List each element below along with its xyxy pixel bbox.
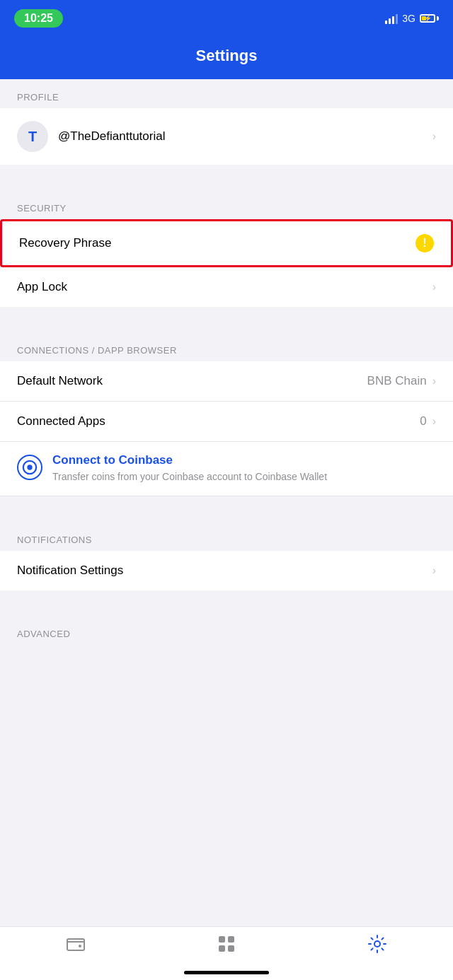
notifications-section-label: NOTIFICATIONS: [0, 522, 453, 551]
coinbase-icon: [17, 455, 42, 480]
signal-icon: [385, 13, 398, 24]
status-bar: 10:25 3G ⚡: [0, 0, 453, 35]
connected-apps-label: Connected Apps: [17, 414, 105, 428]
profile-chevron: ›: [432, 130, 436, 143]
notification-settings-label: Notification Settings: [17, 564, 123, 578]
connected-apps-row[interactable]: Connected Apps 0 ›: [0, 402, 453, 442]
app-lock-chevron: ›: [432, 281, 436, 293]
connections-group: Default Network BNB Chain › Connected Ap…: [0, 361, 453, 496]
profile-username: @TheDefianttutorial: [58, 129, 165, 144]
page-title: Settings: [196, 47, 258, 64]
security-section-label: SECURITY: [0, 190, 453, 219]
default-network-chevron: ›: [432, 375, 436, 387]
notification-settings-chevron: ›: [432, 564, 436, 577]
wallet-icon: [66, 934, 86, 959]
notifications-group: Notification Settings ›: [0, 551, 453, 590]
app-lock-label: App Lock: [17, 280, 67, 294]
tab-settings[interactable]: [302, 934, 453, 959]
home-indicator: [184, 971, 269, 974]
divider-notifications: [0, 496, 453, 522]
status-icons: 3G ⚡: [385, 13, 439, 24]
advanced-section-label: ADVANCED: [0, 616, 453, 645]
default-network-row[interactable]: Default Network BNB Chain ›: [0, 361, 453, 402]
recovery-phrase-label: Recovery Phrase: [19, 236, 111, 250]
status-time: 10:25: [14, 9, 63, 28]
connected-apps-value: 0: [420, 414, 426, 428]
warning-icon: !: [415, 234, 434, 252]
svg-rect-6: [228, 945, 234, 952]
svg-rect-4: [228, 936, 234, 943]
notification-settings-row[interactable]: Notification Settings ›: [0, 551, 453, 590]
battery-icon: ⚡: [420, 14, 439, 23]
tab-apps[interactable]: [151, 934, 302, 959]
svg-rect-5: [219, 945, 225, 952]
svg-point-7: [374, 941, 380, 947]
connections-section-label: CONNECTIONS / DAPP BROWSER: [0, 332, 453, 361]
profile-row[interactable]: T @TheDefianttutorial ›: [0, 108, 453, 165]
svg-rect-1: [67, 939, 84, 950]
security-group: Recovery Phrase ! App Lock ›: [0, 219, 453, 307]
page-header: Settings: [0, 35, 453, 79]
svg-rect-3: [219, 936, 225, 943]
coinbase-row[interactable]: Connect to Coinbase Transfer coins from …: [0, 442, 453, 496]
divider-advanced: [0, 590, 453, 616]
profile-section-label: PROFILE: [0, 79, 453, 108]
divider-security: [0, 165, 453, 190]
profile-group: T @TheDefianttutorial ›: [0, 108, 453, 165]
network-label: 3G: [402, 13, 415, 24]
tab-wallet[interactable]: [0, 934, 151, 959]
coinbase-title: Connect to Coinbase: [52, 453, 327, 467]
grid-icon: [217, 934, 236, 959]
app-lock-row[interactable]: App Lock ›: [0, 267, 453, 307]
divider-connections: [0, 307, 453, 332]
gear-icon: [367, 934, 387, 959]
avatar: T: [17, 121, 48, 152]
coinbase-desc: Transfer coins from your Coinbase accoun…: [52, 470, 327, 484]
default-network-label: Default Network: [17, 374, 103, 388]
default-network-value: BNB Chain: [367, 374, 427, 388]
svg-point-2: [79, 945, 81, 947]
connected-apps-chevron: ›: [432, 415, 436, 428]
recovery-phrase-row[interactable]: Recovery Phrase !: [0, 219, 453, 267]
